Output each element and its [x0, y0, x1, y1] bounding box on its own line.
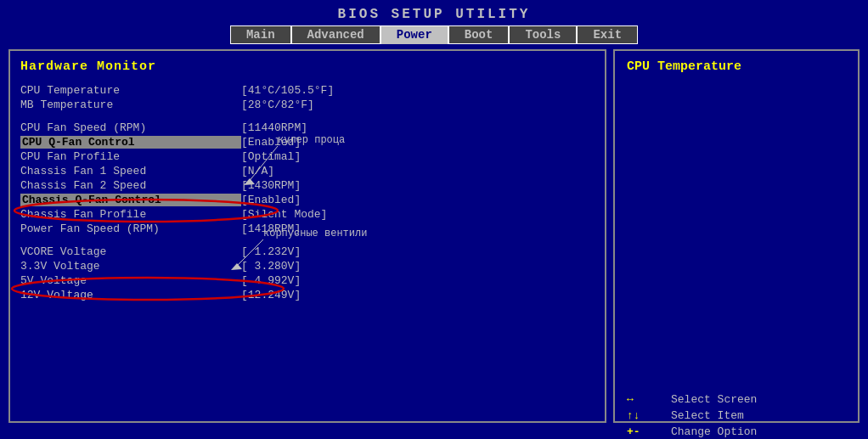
v12-row: 12V Voltage [12.249V] — [20, 289, 595, 301]
cpu-fan-profile-label: CPU Fan Profile — [20, 150, 241, 163]
vcore-row: VCORE Voltage [ 1.232V] — [20, 245, 595, 258]
chassis-fan-profile-value: [Silent Mode] — [241, 208, 327, 221]
nav-item-exit[interactable]: Exit — [577, 25, 638, 44]
mb-temperature-value: [28°C/82°F] — [241, 98, 314, 111]
v5-row: 5V Voltage [ 4.992V] — [20, 274, 595, 287]
power-fan-speed-row: Power Fan Speed (RPM) [1418RPM] — [20, 222, 595, 235]
right-panel-title: CPU Temperature — [627, 59, 846, 74]
v33-row: 3.3V Voltage [ 3.280V] — [20, 260, 595, 273]
v12-label: 12V Voltage — [20, 289, 241, 301]
chassis-qfan-row[interactable]: Chassis Q-Fan Control [Enabled] — [20, 194, 595, 206]
bios-title: BIOS SETUP UTILITY — [0, 0, 868, 22]
power-fan-speed-label: Power Fan Speed (RPM) — [20, 222, 241, 235]
legend-desc-select-screen: Select Screen — [671, 393, 757, 406]
legend-desc-select-item: Select Item — [671, 409, 744, 422]
v33-label: 3.3V Voltage — [20, 260, 241, 273]
power-fan-speed-value: [1418RPM] — [241, 222, 301, 235]
chassis-fan-profile-row: Chassis Fan Profile [Silent Mode] — [20, 208, 595, 221]
legend-select-screen: ↔ Select Screen — [627, 393, 846, 406]
chassis-fan1-label: Chassis Fan 1 Speed — [20, 165, 241, 177]
v5-value: [ 4.992V] — [241, 274, 301, 287]
vcore-label: VCORE Voltage — [20, 245, 241, 258]
mb-temperature-label: MB Temperature — [20, 98, 241, 111]
nav-item-boot[interactable]: Boot — [448, 25, 510, 44]
cpu-qfan-value: [Enabled] — [241, 136, 301, 149]
cpu-fan-speed-row: CPU Fan Speed (RPM) [11440RPM] — [20, 121, 595, 134]
cpu-temperature-label: CPU Temperature — [20, 84, 241, 97]
cpu-fan-speed-label: CPU Fan Speed (RPM) — [20, 121, 241, 134]
chassis-fan2-value: [1430RPM] — [241, 179, 301, 192]
cpu-fan-speed-value: [11440RPM] — [241, 121, 307, 134]
legend-change-option: +- Change Option — [627, 425, 846, 438]
v12-value: [12.249V] — [241, 289, 301, 301]
cpu-fan-profile-value: [Optimal] — [241, 150, 301, 163]
legend-desc-change-option: Change Option — [671, 425, 757, 438]
mb-temperature-row: MB Temperature [28°C/82°F] — [20, 98, 595, 111]
legend-key-arrows: ↔ — [627, 393, 661, 406]
legend-key-updown: ↑↓ — [627, 409, 661, 422]
left-panel: Hardware Monitor CPU Temperature [41°C/1… — [8, 49, 606, 423]
chassis-fan-profile-label: Chassis Fan Profile — [20, 208, 241, 221]
cpu-qfan-label: CPU Q-Fan Control — [20, 136, 241, 149]
nav-bar: Main Advanced Power Boot Tools Exit — [0, 25, 868, 44]
legend-key-plusminus: +- — [627, 425, 661, 438]
legend-select-item: ↑↓ Select Item — [627, 409, 846, 422]
nav-item-main[interactable]: Main — [230, 25, 291, 44]
right-panel: CPU Temperature ↔ Select Screen ↑↓ Selec… — [613, 49, 860, 423]
v5-label: 5V Voltage — [20, 274, 241, 287]
hardware-monitor-title: Hardware Monitor — [20, 59, 595, 74]
cpu-temperature-row: CPU Temperature [41°C/105.5°F] — [20, 84, 595, 97]
vcore-value: [ 1.232V] — [241, 245, 301, 258]
main-content: Hardware Monitor CPU Temperature [41°C/1… — [8, 49, 860, 423]
nav-item-power[interactable]: Power — [380, 25, 448, 44]
chassis-qfan-label: Chassis Q-Fan Control — [20, 194, 241, 206]
chassis-fan2-row: Chassis Fan 2 Speed [1430RPM] — [20, 179, 595, 192]
chassis-fan1-value: [N/A] — [241, 165, 274, 177]
v33-value: [ 3.280V] — [241, 260, 301, 273]
cpu-fan-profile-row: CPU Fan Profile [Optimal] — [20, 150, 595, 163]
nav-item-advanced[interactable]: Advanced — [291, 25, 380, 44]
chassis-qfan-value: [Enabled] — [241, 194, 301, 206]
chassis-fan1-row: Chassis Fan 1 Speed [N/A] — [20, 165, 595, 177]
cpu-temperature-value: [41°C/105.5°F] — [241, 84, 334, 97]
cpu-qfan-row[interactable]: CPU Q-Fan Control [Enabled] — [20, 136, 595, 149]
nav-item-tools[interactable]: Tools — [509, 25, 577, 44]
chassis-fan2-label: Chassis Fan 2 Speed — [20, 179, 241, 192]
